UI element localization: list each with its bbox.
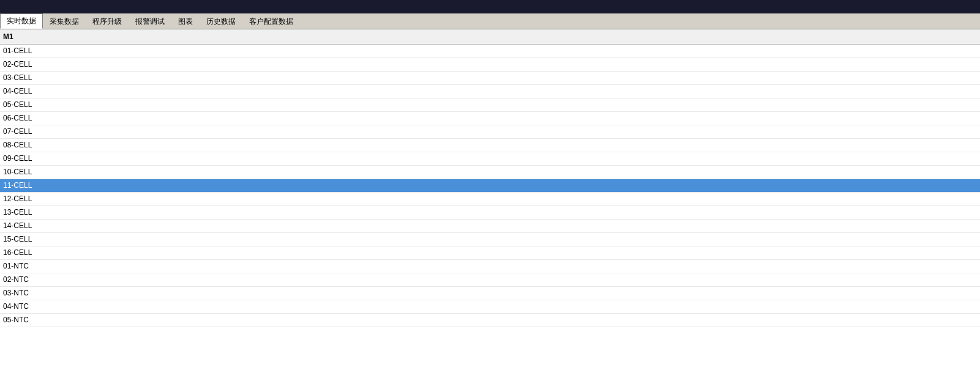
table-row: 10-CELL3303mV (0, 165, 980, 179)
cell-name-M1-2: 03-CELL (0, 71, 980, 84)
cell-name-M1-6: 07-CELL (0, 125, 980, 138)
menu-tab-客户配置数据[interactable]: 客户配置数据 (242, 13, 300, 29)
table-row: 03-NTC-40℃ (0, 286, 980, 300)
table-row: 07-CELL3303mV (0, 125, 980, 138)
table-row: 13-CELLmV (0, 205, 980, 219)
menu-tab-程序升级[interactable]: 程序升级 (86, 13, 129, 29)
cell-name-M1-5: 06-CELL (0, 111, 980, 125)
cell-name-M1-3: 04-CELL (0, 84, 980, 98)
table-row: 01-CELL3300mV (0, 44, 980, 57)
menu-tab-历史数据[interactable]: 历史数据 (200, 13, 242, 29)
cell-name-M1-14: 15-CELL (0, 232, 980, 246)
table-row: 05-NTC-40℃ (0, 313, 980, 327)
cell-name-M1-20: 05-NTC (0, 313, 980, 327)
cell-name-M1-10: 11-CELL (0, 179, 980, 192)
cell-name-M1-0: 01-CELL (0, 44, 980, 57)
table-row: 03-CELL3303mV (0, 71, 980, 84)
table-row: 08-CELL3303mV (0, 138, 980, 152)
table-row: 14-CELLmV (0, 219, 980, 232)
table-row: 01-NTC20℃ (0, 259, 980, 273)
table-container[interactable]: M1ValueUnit01-CELL3300mV02-CELL3303mV03-… (0, 29, 980, 370)
menu-tab-采集数据[interactable]: 采集数据 (43, 13, 86, 29)
table-row: 11-CELL3301mV (0, 179, 980, 192)
menu-tab-图表[interactable]: 图表 (171, 13, 200, 29)
menu-tab-实时数据[interactable]: 实时数据 (0, 13, 43, 29)
table-row: 09-CELL3303mV (0, 152, 980, 165)
menu-tab-报警调试[interactable]: 报警调试 (129, 13, 171, 29)
table-row: 16-CELLmV (0, 246, 980, 259)
cell-name-M1-8: 09-CELL (0, 152, 980, 165)
table-row: 15-CELLmV (0, 232, 980, 246)
table-row: 02-NTC20℃ (0, 273, 980, 286)
cell-name-M1-19: 04-NTC (0, 300, 980, 313)
cell-name-M1-13: 14-CELL (0, 219, 980, 232)
content: M1ValueUnit01-CELL3300mV02-CELL3303mV03-… (0, 29, 980, 370)
col-header-M1-0: M1 (0, 29, 980, 44)
cell-name-M1-4: 05-CELL (0, 98, 980, 111)
cell-name-M1-16: 01-NTC (0, 259, 980, 273)
data-table-M1: M1ValueUnit01-CELL3300mV02-CELL3303mV03-… (0, 29, 980, 327)
table-row: 04-NTC-40℃ (0, 300, 980, 313)
module-section-M1: M1ValueUnit01-CELL3300mV02-CELL3303mV03-… (0, 29, 980, 370)
titlebar (0, 0, 980, 13)
cell-name-M1-15: 16-CELL (0, 246, 980, 259)
cell-name-M1-1: 02-CELL (0, 57, 980, 71)
cell-name-M1-12: 13-CELL (0, 205, 980, 219)
cell-name-M1-7: 08-CELL (0, 138, 980, 152)
cell-name-M1-9: 10-CELL (0, 165, 980, 179)
menubar: 实时数据采集数据程序升级报警调试图表历史数据客户配置数据 (0, 13, 980, 29)
cell-name-M1-17: 02-NTC (0, 273, 980, 286)
table-row: 02-CELL3303mV (0, 57, 980, 71)
table-row: 04-CELL3301mV (0, 84, 980, 98)
cell-name-M1-11: 12-CELL (0, 192, 980, 205)
table-row: 12-CELL3300mV (0, 192, 980, 205)
table-row: 05-CELL3303mV (0, 98, 980, 111)
cell-name-M1-18: 03-NTC (0, 286, 980, 300)
table-row: 06-CELL3303mV (0, 111, 980, 125)
